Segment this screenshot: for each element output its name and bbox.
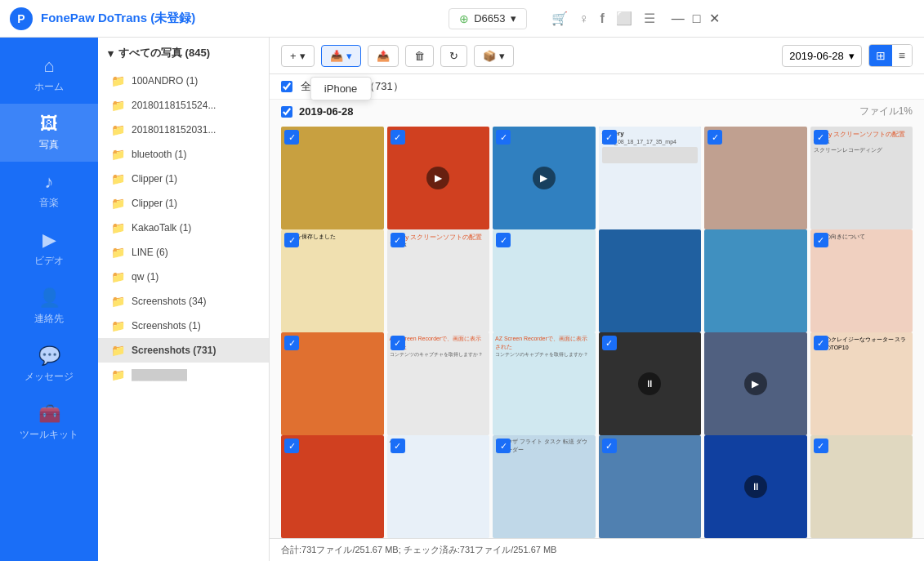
folder-kakaotalk[interactable]: 📁 KakaoTalk (1): [98, 216, 269, 240]
photo-cell[interactable]: ✓ ブラウザ フライト タスク 転送 ダウンローダー: [493, 435, 596, 538]
photo-cell[interactable]: ✓ ⏸: [599, 332, 702, 435]
photo-cell[interactable]: ✓ 画面の向きについて: [810, 229, 913, 332]
folder-screenshots34[interactable]: 📁 Screenshots (34): [98, 289, 269, 314]
photo-cell[interactable]: ✓ Kpany スクリーンソフトの配置 TikTok: [387, 229, 490, 332]
photo-checkbox[interactable]: ✓: [391, 336, 405, 350]
date-label: 2019-06-28: [299, 105, 354, 118]
photo-cell[interactable]: ✓ AZ Screen Recorderで、画面に表示された コンテンツのキャプ…: [387, 332, 490, 435]
maximize-icon[interactable]: □: [693, 11, 701, 26]
photo-cell[interactable]: ✓ Gallery 2018_08_18_17_17_35_mp4: [599, 127, 702, 229]
refresh-button[interactable]: ↻: [440, 45, 467, 67]
window-controls: — □ ✕: [672, 11, 720, 26]
photo-cell[interactable]: [704, 229, 807, 332]
facebook-icon[interactable]: f: [600, 11, 605, 26]
photo-cell[interactable]: ⏸: [704, 435, 807, 538]
photo-checkbox[interactable]: ✓: [602, 439, 617, 453]
folder-qw[interactable]: 📁 qw (1): [98, 265, 269, 289]
date-section: 2019-06-28 ファイル1%: [270, 100, 924, 123]
photo-checkbox[interactable]: ✓: [284, 439, 299, 453]
photo-cell[interactable]: [599, 229, 702, 332]
sidebar-label-contacts: 連絡先: [34, 312, 64, 326]
folder-clipper2[interactable]: 📁 Clipper (1): [98, 191, 269, 216]
photo-checkbox[interactable]: ✓: [391, 130, 405, 145]
folder-icon: 📁: [111, 270, 125, 283]
photo-checkbox[interactable]: ✓: [496, 439, 511, 453]
cart-icon[interactable]: 🛒: [551, 11, 568, 26]
delete-button[interactable]: 🗑: [405, 45, 434, 67]
photo-cell[interactable]: ✓: [599, 435, 702, 538]
export-button[interactable]: 📤: [368, 45, 399, 67]
play-icon: ⏸: [638, 372, 661, 395]
photo-cell[interactable]: ✓: [493, 229, 596, 332]
photo-checkbox[interactable]: ✓: [496, 233, 511, 247]
photo-cell[interactable]: ✓: [281, 332, 384, 435]
chevron-down-icon: ▾: [108, 47, 114, 60]
folder-bluetooth[interactable]: 📁 bluetooth (1): [98, 142, 269, 167]
sidebar-item-messages[interactable]: 💬 メッセージ: [0, 336, 98, 394]
sidebar-item-contacts[interactable]: 👤 連絡先: [0, 278, 98, 336]
minimize-icon[interactable]: —: [672, 11, 685, 26]
archive-button[interactable]: 📦 ▾: [474, 45, 514, 67]
folder-hidden[interactable]: 📁 ████████: [98, 363, 269, 387]
date-picker[interactable]: 2019-06-28 ▾: [782, 45, 862, 67]
sidebar-label-video: ビデオ: [34, 254, 64, 268]
photo-cell[interactable]: ▶: [704, 332, 807, 435]
photo-cell[interactable]: ✓ 世界のクレイジーなウォーター スライドのTOP10: [810, 332, 913, 435]
photo-checkbox[interactable]: ✓: [496, 130, 511, 145]
folder-screenshots1[interactable]: 📁 Screenshots (1): [98, 314, 269, 338]
all-photos-label: すべての写真 (845): [118, 46, 210, 60]
photo-checkbox[interactable]: ✓: [284, 336, 299, 350]
folder-icon: 📁: [111, 74, 125, 87]
sidebar-item-video[interactable]: ▶ ビデオ: [0, 220, 98, 278]
messages-icon: 💬: [38, 345, 60, 367]
photo-checkbox[interactable]: ✓: [814, 439, 828, 453]
photo-cell[interactable]: ✓ 動画を保存しました: [281, 229, 384, 332]
play-icon: ⏸: [744, 475, 767, 498]
check-all-checkbox[interactable]: [281, 81, 292, 92]
folder-screenshots731[interactable]: 📁 Screenshots (731): [98, 338, 269, 363]
photo-checkbox[interactable]: ✓: [602, 336, 617, 350]
sidebar-item-music[interactable]: ♪ 音楽: [0, 162, 98, 220]
import-button[interactable]: 📥 ▾ iPhone: [321, 45, 361, 67]
menu-icon[interactable]: ☰: [644, 11, 655, 26]
photo-cell[interactable]: AZ Screen Recorderで、画面に表示された コンテンツのキャプチャ…: [493, 332, 596, 435]
photo-checkbox[interactable]: ✓: [284, 130, 299, 145]
photo-cell[interactable]: ✓: [810, 435, 913, 538]
photo-checkbox[interactable]: ✓: [814, 336, 828, 350]
photo-cell[interactable]: ✓: [281, 127, 384, 229]
close-icon[interactable]: ✕: [709, 11, 720, 26]
photo-checkbox[interactable]: ✓: [814, 130, 828, 145]
chat-icon[interactable]: ⬜: [616, 11, 632, 26]
photo-cell[interactable]: ✓ Kpany スクリーンソフトの配置 TikTok スクリーンレコーディング: [810, 127, 913, 229]
folder-line[interactable]: 📁 LINE (6): [98, 240, 269, 265]
contacts-icon: 👤: [38, 287, 60, 309]
folder-100andro[interactable]: 📁 100ANDRO (1): [98, 69, 269, 93]
folder-clipper1[interactable]: 📁 Clipper (1): [98, 167, 269, 191]
photo-cell[interactable]: ✓: [281, 435, 384, 538]
folder-20180118b[interactable]: 📁 20180118152031...: [98, 118, 269, 142]
folder-name: Screenshots (731): [132, 345, 216, 356]
sidebar: ⌂ ホーム 🖼 写真 ♪ 音楽 ▶ ビデオ 👤 連絡先 💬 メッセージ 🧰 ツー…: [0, 38, 98, 561]
add-button[interactable]: + ▾: [281, 45, 315, 67]
photo-cell[interactable]: ✓ ▶: [493, 127, 596, 229]
grid-view-button[interactable]: ⊞: [869, 45, 892, 66]
photo-cell[interactable]: ✓: [704, 127, 807, 229]
photo-checkbox[interactable]: ✓: [602, 130, 617, 145]
folder-20180118a[interactable]: 📁 20180118151524...: [98, 93, 269, 118]
device-selector[interactable]: ⊕ D6653 ▾: [449, 8, 526, 29]
photo-checkbox[interactable]: ✓: [284, 233, 299, 247]
date-checkbox[interactable]: [281, 106, 292, 118]
photo-checkbox[interactable]: ✓: [391, 233, 405, 247]
photo-cell[interactable]: ✓ ▶: [387, 127, 490, 229]
photo-cell[interactable]: ✓ 4b: [387, 435, 490, 538]
photo-checkbox[interactable]: ✓: [814, 233, 828, 247]
add-chevron: ▾: [300, 50, 306, 62]
photo-checkbox[interactable]: ✓: [391, 439, 405, 453]
sidebar-item-toolkit[interactable]: 🧰 ツールキット: [0, 394, 98, 452]
user-icon[interactable]: ♀: [579, 11, 589, 26]
photo-grid: ✓ ✓ ▶ ✓ ▶ ✓ Gallery 2018_08_18_17_17_35_…: [270, 123, 924, 538]
sidebar-item-home[interactable]: ⌂ ホーム: [0, 46, 98, 104]
photo-checkbox[interactable]: ✓: [708, 130, 722, 145]
list-view-button[interactable]: ≡: [892, 45, 912, 66]
sidebar-item-photos[interactable]: 🖼 写真: [0, 104, 98, 162]
